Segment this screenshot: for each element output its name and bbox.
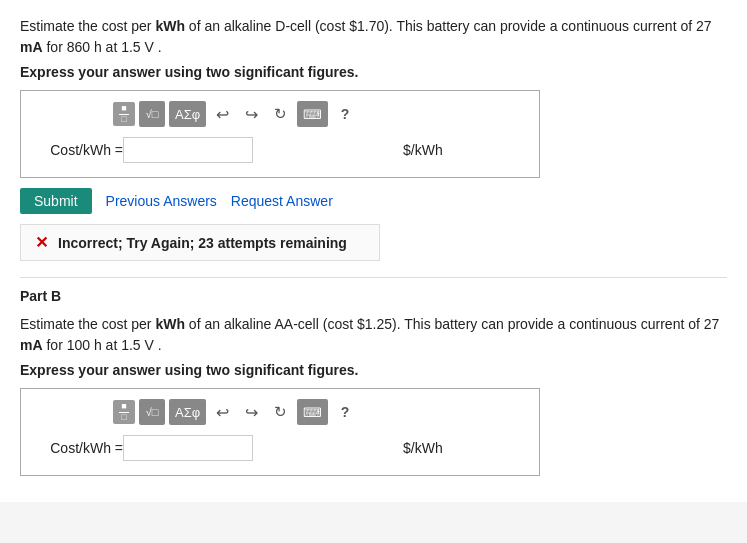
part-b-question: Estimate the cost per kWh of an alkaline… [20,314,727,356]
error-box: ✕ Incorrect; Try Again; 23 attempts rema… [20,224,380,261]
part-b-fraction-button[interactable]: ■ □ [113,400,135,424]
part-b-undo-button[interactable]: ↩ [210,399,235,425]
refresh-button[interactable]: ↻ [268,101,293,127]
help-button[interactable]: ? [332,101,358,127]
part-a-toolbar: ■ □ √□ ΑΣφ ↩ ↪ ↻ ⌨ ? [33,101,527,127]
part-b-sqrt-button[interactable]: √□ [139,399,165,425]
part-b-answer-box: ■ □ √□ ΑΣφ ↩ ↪ ↻ ⌨ ? Cost/kWh = $/kWh [20,388,540,476]
part-b-unit: $/kWh [403,440,447,456]
part-b-label: Part B [20,288,727,304]
request-answer-link[interactable]: Request Answer [231,193,333,209]
part-b-express-label: Express your answer using two significan… [20,362,727,378]
part-b-input-label: Cost/kWh = [33,440,123,456]
fraction-button[interactable]: ■ □ [113,102,135,126]
greek-button[interactable]: ΑΣφ [169,101,206,127]
part-a-answer-input[interactable] [123,137,253,163]
part-a-unit: $/kWh [403,142,447,158]
part-b-refresh-button[interactable]: ↻ [268,399,293,425]
part-a-answer-box: ■ □ √□ ΑΣφ ↩ ↪ ↻ ⌨ ? Cost/kWh = $/kWh [20,90,540,178]
error-text: Incorrect; Try Again; 23 attempts remain… [58,235,347,251]
sqrt-button[interactable]: √□ [139,101,165,127]
part-a-input-label: Cost/kWh = [33,142,123,158]
part-b-greek-button[interactable]: ΑΣφ [169,399,206,425]
part-b-toolbar: ■ □ √□ ΑΣφ ↩ ↪ ↻ ⌨ ? [33,399,527,425]
previous-answers-link[interactable]: Previous Answers [106,193,217,209]
part-a-submit-row: Submit Previous Answers Request Answer [20,188,727,214]
divider [20,277,727,278]
error-icon: ✕ [35,233,48,252]
part-b-keyboard-button[interactable]: ⌨ [297,399,328,425]
undo-button[interactable]: ↩ [210,101,235,127]
part-b-redo-button[interactable]: ↪ [239,399,264,425]
part-a-input-row: Cost/kWh = $/kWh [33,137,527,163]
part-b-help-button[interactable]: ? [332,399,358,425]
submit-button[interactable]: Submit [20,188,92,214]
page: Estimate the cost per kWh of an alkaline… [0,0,747,502]
keyboard-button[interactable]: ⌨ [297,101,328,127]
part-b-answer-input[interactable] [123,435,253,461]
part-b-input-row: Cost/kWh = $/kWh [33,435,527,461]
part-a-express-label: Express your answer using two significan… [20,64,727,80]
redo-button[interactable]: ↪ [239,101,264,127]
part-a-question: Estimate the cost per kWh of an alkaline… [20,16,727,58]
